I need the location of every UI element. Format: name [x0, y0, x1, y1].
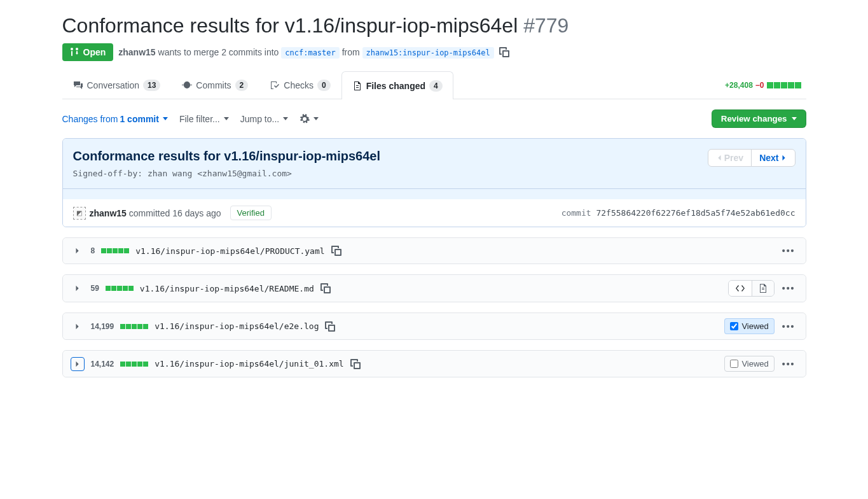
checklist-icon	[270, 80, 280, 90]
additions-count: +28,408	[725, 81, 753, 90]
chevron-down-icon	[792, 117, 797, 120]
chevron-down-icon	[163, 117, 168, 120]
tab-files-changed[interactable]: Files changed 4	[341, 71, 453, 99]
file-box: 8v1.16/inspur-iop-mips64el/PRODUCT.yaml•…	[62, 237, 806, 264]
pr-meta: Open zhanw15 wants to merge 2 commits in…	[62, 43, 806, 61]
copy-path-icon[interactable]	[331, 246, 341, 256]
file-header: 59v1.16/inspur-iop-mips64el/README.md•••	[63, 275, 806, 302]
chevron-right-icon	[74, 361, 81, 367]
avatar[interactable]: ◩	[73, 207, 86, 220]
display-mode-toggle	[728, 280, 775, 297]
viewed-toggle[interactable]: Viewed	[724, 356, 774, 372]
commit-author-line: zhanw15 committed 16 days ago	[90, 208, 221, 218]
base-branch[interactable]: cncf:master	[281, 47, 339, 59]
checks-count: 0	[317, 80, 331, 91]
file-diff-icon	[352, 81, 362, 91]
git-pull-request-icon	[70, 47, 80, 57]
diff-settings-dropdown[interactable]	[300, 114, 319, 124]
diff-stats: +28,408 −0	[725, 81, 806, 90]
pr-author-link[interactable]: zhanw15	[118, 47, 155, 57]
tab-conversation[interactable]: Conversation 13	[62, 71, 172, 99]
chevron-right-icon	[74, 248, 81, 254]
file-change-count: 59	[91, 284, 99, 293]
chevron-down-icon	[313, 117, 319, 120]
file-actions-menu[interactable]: •••	[780, 281, 798, 296]
commit-summary-box: Conformance results for v1.16/inspur-iop…	[62, 138, 806, 227]
tab-commits[interactable]: Commits 2	[171, 71, 259, 99]
file-filter-dropdown[interactable]: File filter...	[179, 114, 229, 124]
file-path[interactable]: v1.16/inspur-iop-mips64el/README.md	[140, 284, 314, 293]
expand-file-button[interactable]	[71, 281, 85, 295]
files-count: 4	[429, 80, 443, 92]
pr-merge-summary: zhanw15 wants to merge 2 commits into cn…	[118, 47, 493, 57]
chevron-right-icon	[781, 155, 787, 161]
file-box: 14,142v1.16/inspur-iop-mips64el/junit_01…	[62, 350, 806, 377]
pr-state-badge: Open	[62, 43, 114, 61]
head-branch[interactable]: zhanw15:inspur-iop-mips64el	[362, 47, 494, 59]
copy-path-icon[interactable]	[350, 359, 361, 369]
file-path[interactable]: v1.16/inspur-iop-mips64el/PRODUCT.yaml	[135, 246, 324, 256]
conversation-count: 13	[143, 80, 160, 91]
commit-sha: commit 72f55864220f62276ef18d5a5f74e52ab…	[561, 208, 796, 218]
commits-count: 2	[235, 80, 249, 91]
expand-file-button[interactable]	[71, 320, 85, 334]
gear-icon	[300, 114, 310, 124]
file-header: 14,142v1.16/inspur-iop-mips64el/junit_01…	[63, 351, 806, 377]
commit-author-link[interactable]: zhanw15	[90, 208, 127, 218]
pr-state-text: Open	[83, 47, 106, 57]
commit-nav: Prev Next	[708, 149, 796, 167]
file-path[interactable]: v1.16/inspur-iop-mips64el/junit_01.xml	[155, 359, 343, 369]
chevron-down-icon	[224, 117, 229, 120]
copy-path-icon[interactable]	[320, 283, 331, 293]
verified-badge[interactable]: Verified	[230, 206, 272, 220]
file-header: 14,199v1.16/inspur-iop-mips64el/e2e.logV…	[63, 313, 806, 339]
pr-tabs: Conversation 13 Commits 2 Checks 0 Files…	[62, 71, 453, 99]
file-icon	[759, 283, 768, 293]
pr-title: Conformance results for v1.16/inspur-iop…	[62, 13, 806, 38]
code-icon	[735, 284, 745, 293]
commit-title: Conformance results for v1.16/inspur-iop…	[73, 149, 380, 164]
pr-number: #779	[523, 14, 568, 37]
file-change-count: 14,199	[91, 322, 114, 331]
diff-blocks	[120, 324, 148, 329]
expand-file-button[interactable]	[71, 244, 85, 258]
file-box: 59v1.16/inspur-iop-mips64el/README.md•••	[62, 274, 806, 302]
viewed-checkbox[interactable]	[730, 322, 738, 330]
chevron-left-icon	[716, 155, 722, 161]
viewed-toggle[interactable]: Viewed	[724, 318, 774, 334]
diff-blocks	[106, 286, 134, 291]
diff-heat-blocks	[767, 82, 801, 88]
review-changes-button[interactable]: Review changes	[712, 109, 806, 128]
copy-icon[interactable]	[499, 47, 509, 57]
prev-commit-button: Prev	[708, 149, 752, 167]
chevron-down-icon	[283, 117, 288, 120]
diff-blocks	[120, 362, 148, 367]
file-path[interactable]: v1.16/inspur-iop-mips64el/e2e.log	[155, 321, 319, 331]
tab-checks[interactable]: Checks 0	[259, 71, 341, 99]
rendered-view-button[interactable]	[752, 281, 774, 296]
jump-to-dropdown[interactable]: Jump to...	[240, 114, 288, 124]
file-actions-menu[interactable]: •••	[780, 243, 798, 258]
file-change-count: 8	[91, 246, 95, 255]
file-box: 14,199v1.16/inspur-iop-mips64el/e2e.logV…	[62, 313, 806, 340]
next-commit-button[interactable]: Next	[751, 149, 795, 167]
viewed-checkbox[interactable]	[730, 360, 738, 368]
copy-path-icon[interactable]	[325, 321, 335, 332]
source-view-button[interactable]	[729, 281, 752, 296]
pr-title-text: Conformance results for v1.16/inspur-iop…	[62, 14, 518, 37]
diff-blocks	[101, 248, 129, 253]
commit-body: Signed-off-by: zhan wang <zhanw15@gmail.…	[73, 169, 380, 178]
file-actions-menu[interactable]: •••	[780, 356, 798, 372]
deletions-count: −0	[755, 81, 764, 90]
comment-discussion-icon	[73, 80, 83, 90]
file-header: 8v1.16/inspur-iop-mips64el/PRODUCT.yaml•…	[63, 238, 806, 264]
changes-from-dropdown[interactable]: Changes from 1 commit	[62, 114, 168, 124]
expand-file-button[interactable]	[71, 357, 85, 371]
chevron-right-icon	[74, 323, 81, 330]
file-actions-menu[interactable]: •••	[780, 319, 798, 334]
git-commit-icon	[182, 80, 192, 90]
chevron-right-icon	[74, 285, 81, 292]
file-change-count: 14,142	[91, 360, 114, 369]
